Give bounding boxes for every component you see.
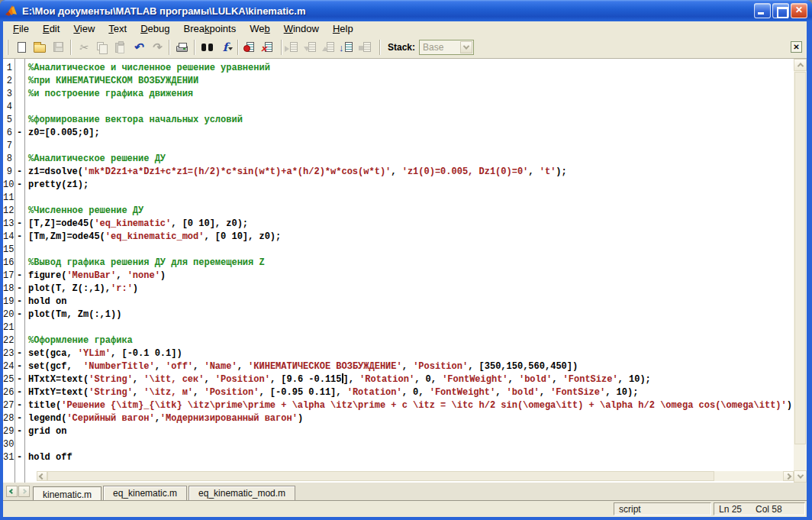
new-file-button[interactable]: [12, 39, 31, 56]
code-line[interactable]: 1%Аналитическое и численное решение урав…: [3, 62, 794, 75]
code-line[interactable]: 22%Оформление графика: [3, 334, 794, 347]
save-and-run-button[interactable]: [340, 39, 358, 56]
code-line[interactable]: 15: [3, 244, 794, 257]
breakpoint-gutter[interactable]: -: [14, 270, 24, 283]
scroll-up-icon[interactable]: [794, 59, 807, 71]
undo-button[interactable]: [129, 39, 147, 56]
breakpoint-gutter[interactable]: -: [14, 231, 24, 244]
breakpoint-gutter[interactable]: [14, 114, 24, 127]
set-clear-breakpoint-button[interactable]: [241, 39, 259, 56]
close-button[interactable]: [791, 3, 807, 18]
title-bar[interactable]: E:\Мои документы\MATLAB програмы\LULKA\k…: [0, 0, 812, 21]
breakpoint-gutter[interactable]: -: [14, 166, 24, 179]
breakpoint-gutter[interactable]: -: [14, 373, 24, 386]
breakpoint-gutter[interactable]: [14, 75, 24, 88]
code-line[interactable]: 6-z0=[0.005;0];: [3, 127, 794, 140]
close-editor-icon[interactable]: ✕: [791, 41, 802, 53]
menu-help[interactable]: Help: [326, 22, 360, 35]
print-button[interactable]: [172, 39, 191, 56]
code-line[interactable]: 17-figure('MenuBar', 'none'): [3, 270, 794, 283]
menu-breakpoints[interactable]: Breakpoints: [176, 22, 243, 35]
code-line[interactable]: 9-z1=dsolve('mk*D2z1+a*Dz1+c*z1=(h/2)*c*…: [3, 166, 794, 179]
horizontal-scroll-thumb[interactable]: [47, 471, 714, 481]
menu-file[interactable]: File: [6, 22, 36, 35]
breakpoint-gutter[interactable]: [14, 62, 24, 75]
maximize-button[interactable]: [772, 3, 789, 18]
code-line[interactable]: 5%формирование вектора начальных условий: [3, 114, 794, 127]
breakpoint-gutter[interactable]: [14, 244, 24, 257]
tab-eq_kinematic.m[interactable]: eq_kinematic.m: [103, 486, 187, 500]
code-line[interactable]: 16%Вывод графика решения ДУ для перемеще…: [3, 257, 794, 270]
breakpoint-gutter[interactable]: [14, 140, 24, 153]
breakpoint-gutter[interactable]: [14, 153, 24, 166]
code-line[interactable]: 10-pretty(z1);: [3, 179, 794, 192]
clear-all-breakpoints-button[interactable]: [259, 39, 278, 56]
code-line[interactable]: 23-set(gca, 'YLim', [-0.1 0.1]): [3, 347, 794, 360]
minimize-button[interactable]: [754, 3, 771, 18]
breakpoint-gutter[interactable]: -: [14, 283, 24, 296]
code-line[interactable]: 27-title('Решение {\itm}_{\itk} \itz\pri…: [3, 399, 794, 412]
breakpoint-gutter[interactable]: [14, 334, 24, 347]
breakpoint-gutter[interactable]: -: [14, 412, 24, 425]
breakpoint-gutter[interactable]: -: [14, 296, 24, 308]
tab-scroll-left-button[interactable]: [6, 486, 18, 497]
stack-dropdown-icon[interactable]: [460, 41, 472, 53]
breakpoint-gutter[interactable]: -: [14, 386, 24, 399]
code-line[interactable]: 19-hold on: [3, 296, 794, 308]
breakpoint-gutter[interactable]: -: [14, 425, 24, 438]
breakpoint-gutter[interactable]: -: [14, 179, 24, 192]
breakpoint-gutter[interactable]: -: [14, 451, 24, 464]
code-line[interactable]: 24-set(gcf, 'NumberTitle', 'off', 'Name'…: [3, 360, 794, 373]
horizontal-scrollbar[interactable]: [37, 471, 794, 481]
menu-debug[interactable]: Debug: [134, 22, 176, 35]
toolbar-grip[interactable]: [7, 40, 8, 55]
code-line[interactable]: 26-HTxtY=text('String', '\itz, м', 'Posi…: [3, 386, 794, 399]
function-browser-button[interactable]: [216, 39, 234, 56]
code-line[interactable]: 7: [3, 140, 794, 153]
vertical-scrollbar[interactable]: [794, 59, 807, 483]
code-line[interactable]: 25-HTxtX=text('String', '\itt, сек', 'Po…: [3, 373, 794, 386]
tab-eq_kinematic_mod.m[interactable]: eq_kinematic_mod.m: [188, 486, 295, 500]
breakpoint-gutter[interactable]: -: [14, 399, 24, 412]
code-line[interactable]: 13-[T,Z]=ode45('eq_kinematic', [0 10], z…: [3, 218, 794, 231]
code-line[interactable]: 28-legend('Серийный вагон','Модернизиров…: [3, 412, 794, 425]
code-line[interactable]: 18-plot(T, Z(:,1),'r:'): [3, 283, 794, 296]
breakpoint-gutter[interactable]: -: [14, 308, 24, 321]
breakpoint-gutter[interactable]: -: [14, 347, 24, 360]
breakpoint-gutter[interactable]: -: [14, 360, 24, 373]
breakpoint-gutter[interactable]: [14, 205, 24, 218]
tab-kinematic.m[interactable]: kinematic.m: [33, 486, 102, 500]
code-line[interactable]: 4: [3, 101, 794, 114]
code-line[interactable]: 3%и построение графика движения: [3, 88, 794, 101]
code-line[interactable]: 29-grid on: [3, 425, 794, 438]
code-line[interactable]: 30: [3, 438, 794, 451]
breakpoint-gutter[interactable]: [14, 101, 24, 114]
code-line[interactable]: 31-hold off: [3, 451, 794, 464]
menu-view[interactable]: View: [66, 22, 102, 35]
vertical-scroll-thumb[interactable]: [794, 72, 806, 444]
find-button[interactable]: [198, 39, 216, 56]
breakpoint-gutter[interactable]: [14, 192, 24, 205]
scroll-left-icon[interactable]: [37, 471, 47, 481]
code-line[interactable]: 8%Аналитическое решение ДУ: [3, 153, 794, 166]
code-line[interactable]: 14-[Tm,Zm]=ode45('eq_kinematic_mod', [0 …: [3, 231, 794, 244]
code-line[interactable]: 20-plot(Tm, Zm(:,1)): [3, 308, 794, 321]
stack-combobox[interactable]: Base: [419, 40, 474, 55]
breakpoint-gutter[interactable]: -: [14, 218, 24, 231]
code-line[interactable]: 2%при КИНЕМАТИЧЕСКОМ ВОЗБУЖДЕНИИ: [3, 75, 794, 88]
scroll-right-icon[interactable]: [783, 471, 794, 481]
menu-window[interactable]: Window: [277, 22, 326, 35]
code-line[interactable]: 12%Численное решение ДУ: [3, 205, 794, 218]
breakpoint-gutter[interactable]: [14, 88, 24, 101]
menu-edit[interactable]: Edit: [36, 22, 66, 35]
breakpoint-gutter[interactable]: [14, 321, 24, 334]
menu-web[interactable]: Web: [243, 22, 277, 35]
code-editor[interactable]: 1%Аналитическое и численное решение урав…: [3, 59, 794, 483]
scroll-down-icon[interactable]: [794, 470, 807, 483]
breakpoint-gutter[interactable]: -: [14, 127, 24, 140]
menu-text[interactable]: Text: [102, 22, 134, 35]
breakpoint-gutter[interactable]: [14, 257, 24, 270]
code-line[interactable]: 11: [3, 192, 794, 205]
tab-scroll-right-button[interactable]: [18, 486, 30, 497]
breakpoint-gutter[interactable]: [14, 438, 24, 451]
